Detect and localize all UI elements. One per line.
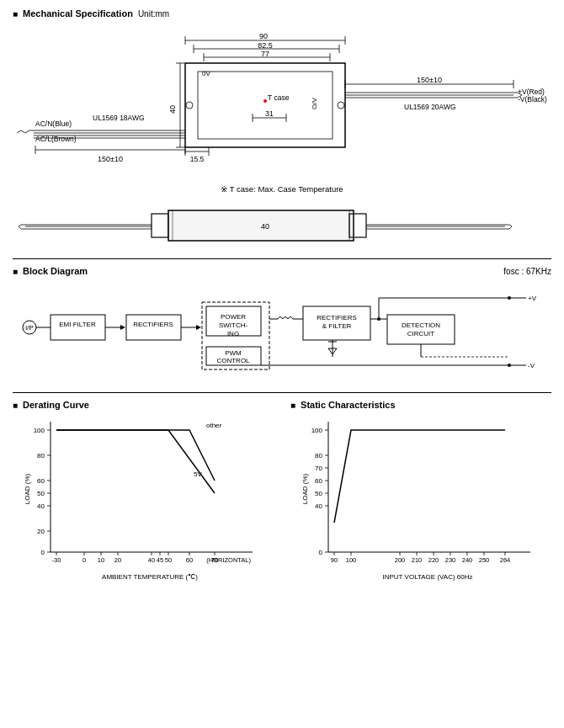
svg-text:264: 264 [500,556,511,564]
svg-text:50: 50 [37,490,45,497]
mechanical-section: Mechanical Specification Unit:mm 90 82.5… [13,8,551,250]
svg-text:ING: ING [227,330,239,337]
svg-text:82.5: 82.5 [258,41,273,50]
svg-text:230: 230 [445,556,456,564]
svg-marker-76 [196,325,201,330]
svg-text:-V(Black): -V(Black) [518,95,547,104]
mechanical-title: Mechanical Specification Unit:mm [13,8,551,19]
svg-point-104 [377,317,380,321]
svg-text:other: other [206,422,222,429]
svg-rect-56 [152,214,168,237]
svg-text:AC/N(Blue): AC/N(Blue) [35,120,72,128]
mechanical-diagram-svg: 90 82.5 77 150±10 +V(R [17,25,547,181]
svg-text:15.5: 15.5 [190,155,205,163]
svg-text:100: 100 [34,427,45,434]
svg-text:EMI FILTER: EMI FILTER [59,321,96,328]
fosc-label: fosc : 67KHz [503,267,551,276]
svg-text:200: 200 [395,556,406,564]
svg-text:90: 90 [331,556,338,564]
svg-text:100: 100 [346,556,357,564]
svg-text:80: 80 [37,452,45,460]
static-svg: 100 80 70 60 50 40 0 90 100 200 210 220 [290,413,543,590]
svg-point-52 [338,102,344,109]
svg-text:PWM: PWM [225,349,242,357]
unit-label: Unit:mm [138,9,169,19]
svg-text:0: 0 [319,549,323,556]
svg-text:250: 250 [479,556,490,564]
tcase-note: ※ T case: Max. Case Temperature [13,184,551,194]
svg-text:45: 45 [157,556,163,564]
svg-text:-30: -30 [52,556,61,564]
svg-text:210: 210 [412,556,423,564]
static-chart: Static Characteristics 100 80 70 60 50 4… [290,400,551,592]
svg-text:LOAD (%): LOAD (%) [301,473,309,504]
svg-text:40: 40 [37,502,45,510]
charts-row: Derating Curve 100 80 60 50 40 20 [13,392,551,592]
svg-text:POWER: POWER [221,313,246,321]
svg-text:+V: +V [528,295,537,302]
svg-text:40: 40 [261,222,269,231]
svg-text:0: 0 [41,549,45,556]
svg-text:20: 20 [37,528,45,535]
svg-text:UL1569 18AWG: UL1569 18AWG [93,114,145,122]
derating-svg: 100 80 60 50 40 20 0 -30 0 [13,413,265,590]
svg-text:-V: -V [528,362,535,369]
svg-text:T case: T case [268,93,290,102]
svg-text:60: 60 [186,556,193,564]
svg-text:150±10: 150±10 [98,155,123,163]
svg-text:220: 220 [428,556,439,564]
svg-text:40: 40 [315,502,322,510]
svg-text:& FILTER: & FILTER [322,322,352,330]
block-diagram-section: Block Diagram fosc : 67KHz I/P EMI FILTE… [13,258,551,384]
svg-text:100: 100 [311,427,323,434]
derating-title: Derating Curve [13,400,274,410]
svg-text:70: 70 [315,465,322,472]
svg-text:DETECTION: DETECTION [402,321,440,329]
svg-text:90: 90 [259,32,268,40]
svg-text:CONTROL: CONTROL [216,357,250,364]
static-title: Static Characteristics [290,400,551,410]
svg-text:0V: 0V [202,70,210,77]
svg-text:50: 50 [165,556,172,564]
derating-title-text: Derating Curve [23,400,89,410]
svg-text:LOAD (%): LOAD (%) [24,473,31,504]
svg-point-42 [263,99,267,103]
svg-text:CIRCUIT: CIRCUIT [407,330,435,337]
svg-text:77: 77 [261,50,269,58]
svg-text:60: 60 [37,477,45,485]
svg-text:5V: 5V [194,470,202,478]
svg-marker-72 [120,325,125,330]
mechanical-title-text: Mechanical Specification [23,8,133,19]
svg-text:I/P: I/P [25,324,34,332]
static-title-text: Static Characteristics [301,400,396,410]
svg-point-51 [186,102,193,109]
svg-text:INPUT VOLTAGE (VAC) 60Hz: INPUT VOLTAGE (VAC) 60Hz [383,573,473,581]
svg-text:UL1569 20AWG: UL1569 20AWG [404,103,456,111]
svg-text:50: 50 [315,490,322,497]
svg-text:150±10: 150±10 [417,76,442,84]
block-diagram-svg: I/P EMI FILTER RECTIFIERS POWER SWITCH- … [13,281,543,382]
svg-text:RECTIFIERS: RECTIFIERS [317,314,357,321]
svg-text:O/V: O/V [311,98,318,109]
svg-text:20: 20 [114,556,121,564]
svg-text:(HORIZONTAL): (HORIZONTAL) [206,556,251,564]
svg-text:40: 40 [168,105,177,114]
svg-text:60: 60 [315,477,322,485]
svg-text:80: 80 [315,452,322,460]
svg-text:AC/L(Brown): AC/L(Brown) [35,135,77,143]
svg-text:AMBIENT TEMPERATURE (℃): AMBIENT TEMPERATURE (℃) [102,573,198,581]
svg-text:10: 10 [98,556,104,564]
svg-text:SWITCH-: SWITCH- [219,321,248,329]
svg-text:240: 240 [462,556,473,564]
svg-point-105 [508,296,511,300]
side-view-svg: 40 [17,204,547,250]
svg-text:RECTIFIERS: RECTIFIERS [133,321,173,328]
svg-point-106 [508,364,511,367]
block-diagram-title: Block Diagram [13,266,88,276]
svg-text:0: 0 [82,556,86,564]
derating-chart: Derating Curve 100 80 60 50 40 20 [13,400,274,592]
svg-text:40: 40 [148,556,155,564]
block-title-text: Block Diagram [23,266,88,276]
svg-text:31: 31 [265,109,274,118]
